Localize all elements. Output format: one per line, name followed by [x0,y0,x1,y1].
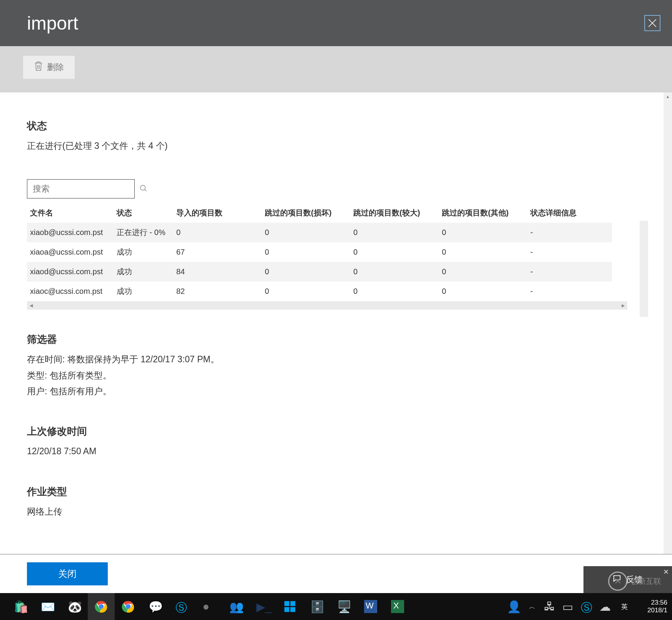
tray-people-icon[interactable]: 👤 [504,593,523,620]
tray-battery-icon[interactable]: ▭ [560,593,578,620]
taskbar-skype-icon[interactable]: Ⓢ [169,593,196,620]
svg-point-2 [140,185,145,190]
taskbar-server-icon[interactable]: 🗄️ [303,593,330,620]
taskbar-wechat-icon[interactable]: 💬 [142,593,169,620]
tray-date: 2018/1 [634,607,667,614]
cell-detail: - [527,282,612,301]
table-wrap: 文件名 状态 导入的项目数 跳过的项目数(损坏) 跳过的项目数(较大) 跳过的项… [27,203,637,310]
cell-large: 0 [350,282,439,301]
th-imported[interactable]: 导入的项目数 [173,203,262,223]
cell-other: 0 [439,262,527,282]
taskbar-teams-icon[interactable]: 👥 [222,593,249,620]
cell-bad: 0 [262,282,350,301]
watermark-logo: ✕ 创新互联 [608,571,670,592]
taskbar-excel-icon[interactable]: X [384,593,411,620]
status-text: 正在进行(已处理 3 个文件，共 4 个) [27,140,637,152]
th-large[interactable]: 跳过的项目数(较大) [350,203,439,223]
table-vscrollbar[interactable] [640,221,648,317]
cell-bad: 0 [262,262,350,282]
window: import 删除 状态 正在进行(已处理 3 个文件，共 4 个) [0,0,672,620]
jobtype-section: 作业类型 网络上传 [27,485,637,518]
jobtype-heading: 作业类型 [27,485,637,498]
tray-network-icon[interactable]: 🖧 [541,593,560,620]
modified-section: 上次修改时间 12/20/18 7:50 AM [27,425,637,458]
files-table: 文件名 状态 导入的项目数 跳过的项目数(损坏) 跳过的项目数(较大) 跳过的项… [27,203,612,301]
search-icon [139,184,148,194]
th-status[interactable]: 状态 [114,203,173,223]
cell-filename: xiaoa@ucssi.com.pst [27,242,114,262]
cell-other: 0 [439,282,527,301]
cell-imported: 82 [173,282,262,301]
body-vscrollbar[interactable]: ▲ [664,92,672,593]
cell-detail: - [527,242,612,262]
body-scroll[interactable]: 状态 正在进行(已处理 3 个文件，共 4 个) 文件名 状态 导入的项目数 跳… [0,92,664,593]
scroll-right-icon[interactable]: ▶ [619,301,627,310]
taskbar-chrome-icon[interactable] [88,593,115,620]
taskbar-chrome2-icon[interactable] [115,593,142,620]
taskbar-app2-icon[interactable]: ● [196,593,222,620]
tray-time: 23:56 [634,599,667,607]
th-detail[interactable]: 状态详细信息 [527,203,612,223]
tray-skype-icon[interactable]: Ⓢ [578,593,597,620]
cell-large: 0 [350,223,439,242]
close-button[interactable]: 关闭 [27,562,108,585]
taskbar-powershell-icon[interactable]: ▶_ [249,593,276,620]
taskbar-outlook-icon[interactable]: ✉️ [34,593,61,620]
table-row[interactable]: xiaoc@ucssi.com.pst 成功 82 0 0 0 - [27,282,612,301]
search-input[interactable] [32,183,139,194]
scroll-up-icon[interactable]: ▲ [664,92,672,101]
table-row[interactable]: xiaob@ucssi.com.pst 正在进行 - 0% 0 0 0 0 - [27,223,612,242]
jobtype-value: 网络上传 [27,505,637,518]
cell-filename: xiaoc@ucssi.com.pst [27,282,114,301]
body: 状态 正在进行(已处理 3 个文件，共 4 个) 文件名 状态 导入的项目数 跳… [0,92,672,593]
th-bad[interactable]: 跳过的项目数(损坏) [262,203,350,223]
taskbar-app3-icon[interactable]: 🖥️ [330,593,357,620]
filter-line: 用户: 包括所有用户。 [27,385,637,398]
th-other[interactable]: 跳过的项目数(其他) [439,203,527,223]
cell-other: 0 [439,223,527,242]
th-filename[interactable]: 文件名 [27,203,114,223]
filter-line: 存在时间: 将数据保持为早于 12/20/17 3:07 PM。 [27,353,637,366]
watermark-text: 创新互联 [630,576,661,587]
delete-button[interactable]: 删除 [23,56,75,79]
taskbar-word-icon[interactable]: W [357,593,384,620]
status-heading: 状态 [27,119,637,133]
cell-filename: xiaob@ucssi.com.pst [27,223,114,242]
cell-imported: 0 [173,223,262,242]
cell-filename: xiaod@ucssi.com.pst [27,262,114,282]
cell-detail: - [527,262,612,282]
watermark-icon: ✕ [608,572,627,591]
tray-ime-label: 英 [621,602,628,611]
titlebar: import [0,0,672,46]
svg-rect-11 [290,607,295,612]
close-icon[interactable] [644,15,660,31]
cell-imported: 84 [173,262,262,282]
cell-status: 成功 [114,242,173,262]
taskbar-start-icon[interactable] [276,593,303,620]
cell-other: 0 [439,242,527,262]
taskbar-store-icon[interactable]: 🛍️ [7,593,34,620]
search-box[interactable] [27,179,135,198]
taskbar[interactable]: 🛍️ ✉️ 🐼 💬 Ⓢ ● 👥 ▶_ 🗄️ 🖥️ W X 👤 ︿ 🖧 ▭ Ⓢ ☁… [0,593,672,620]
table-header-row: 文件名 状态 导入的项目数 跳过的项目数(损坏) 跳过的项目数(较大) 跳过的项… [27,203,612,223]
filter-line: 类型: 包括所有类型。 [27,369,637,382]
tray-clock[interactable]: 23:56 2018/1 [634,599,672,615]
dialog-title: import [27,13,78,34]
cell-large: 0 [350,262,439,282]
tray-ime-icon[interactable]: 英 [615,593,634,620]
tray-chevron-up-icon[interactable]: ︿ [523,593,541,620]
modified-value: 12/20/18 7:50 AM [27,445,637,458]
tray-onedrive-icon[interactable]: ☁ [597,593,615,620]
table-row[interactable]: xiaoa@ucssi.com.pst 成功 67 0 0 0 - [27,242,612,262]
cell-imported: 67 [173,242,262,262]
table-hscrollbar[interactable]: ◀ ▶ [27,301,627,310]
cell-bad: 0 [262,242,350,262]
toolbar: 删除 [0,46,672,92]
trash-icon [34,61,43,74]
cell-status: 成功 [114,262,173,282]
svg-rect-9 [290,601,295,606]
scroll-left-icon[interactable]: ◀ [27,301,35,310]
system-tray[interactable]: 👤 ︿ 🖧 ▭ Ⓢ ☁ 英 23:56 2018/1 [504,593,672,620]
table-row[interactable]: xiaod@ucssi.com.pst 成功 84 0 0 0 - [27,262,612,282]
taskbar-app-icon[interactable]: 🐼 [61,593,88,620]
